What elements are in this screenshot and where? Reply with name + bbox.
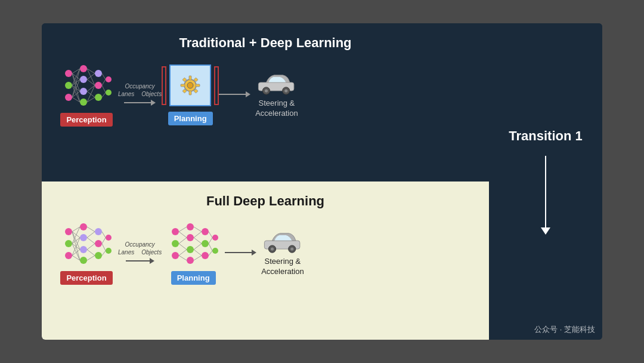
svg-line-78	[87, 250, 95, 256]
bottom-flow: Perception Occupancy Lanes Objects	[60, 220, 471, 285]
svg-line-96	[179, 227, 187, 232]
svg-point-91	[202, 228, 209, 235]
top-title: Traditional + Deep Learning	[60, 35, 471, 51]
svg-point-84	[172, 228, 179, 235]
svg-point-37	[187, 82, 193, 88]
top-arrow-labels: Occupancy	[125, 83, 155, 90]
svg-rect-40	[181, 84, 185, 87]
top-perception-group: Perception	[60, 61, 113, 127]
svg-point-7	[95, 70, 102, 77]
top-h-arrow2	[219, 91, 250, 97]
svg-point-93	[202, 252, 209, 259]
svg-point-92	[202, 240, 209, 247]
svg-line-80	[102, 232, 106, 238]
svg-line-34	[102, 85, 106, 93]
bottom-planning-group: Planning	[166, 220, 220, 285]
bottom-section: Full Deep Learning	[42, 182, 489, 340]
svg-point-4	[80, 76, 87, 83]
svg-point-87	[187, 223, 194, 230]
svg-point-8	[95, 82, 102, 89]
top-lanes-label: Lanes	[118, 91, 134, 97]
top-steering-label: Steering &Acceleration	[255, 99, 298, 119]
bottom-title: Full Deep Learning	[60, 193, 471, 209]
top-section: Traditional + Deep Learning	[42, 23, 489, 182]
top-h-arrow1	[124, 100, 156, 106]
svg-point-59	[95, 240, 102, 247]
svg-rect-39	[189, 91, 191, 95]
bottom-car-group: Steering &Acceleration	[261, 227, 304, 277]
svg-point-5	[80, 88, 87, 95]
left-panel: Traditional + Deep Learning	[42, 23, 489, 340]
top-car-group: Steering &Acceleration	[255, 69, 298, 119]
svg-line-100	[179, 250, 187, 256]
svg-point-56	[80, 246, 87, 253]
svg-point-55	[80, 234, 87, 241]
svg-point-52	[65, 240, 72, 247]
svg-point-94	[212, 235, 218, 241]
svg-point-57	[80, 257, 87, 264]
bottom-nn-icon-2	[166, 220, 220, 267]
transition-title: Transition 1	[509, 128, 582, 144]
top-planning-box	[166, 63, 214, 108]
svg-point-2	[65, 94, 72, 101]
top-objects-label: Objects	[141, 91, 162, 97]
svg-point-0	[65, 70, 72, 77]
bottom-perception-badge: Perception	[60, 271, 112, 285]
svg-point-116	[290, 248, 293, 251]
svg-point-90	[187, 257, 194, 264]
bottom-car-icon	[262, 227, 304, 254]
svg-line-77	[87, 244, 95, 250]
svg-line-79	[87, 256, 95, 260]
bottom-objects-label: Objects	[141, 249, 162, 256]
svg-line-26	[87, 73, 95, 79]
svg-point-53	[65, 252, 72, 259]
bottom-h-arrow1	[126, 258, 154, 264]
svg-line-33	[102, 79, 106, 85]
svg-line-97	[179, 232, 187, 238]
gear-icon	[177, 72, 203, 99]
svg-point-85	[172, 240, 179, 247]
svg-point-61	[106, 235, 112, 241]
svg-point-9	[95, 94, 102, 101]
right-panel: Transition 1	[489, 23, 602, 340]
svg-point-88	[187, 234, 194, 241]
svg-line-103	[194, 232, 202, 238]
svg-line-81	[102, 238, 106, 244]
svg-point-48	[265, 90, 268, 93]
svg-line-82	[102, 244, 106, 251]
slide-container: Traditional + Deep Learning	[42, 23, 602, 340]
top-occupancy-label: Occupancy	[125, 83, 155, 90]
svg-line-76	[87, 238, 95, 244]
svg-line-98	[179, 238, 187, 244]
svg-point-11	[106, 90, 112, 96]
transition-arrow	[541, 156, 550, 235]
svg-point-1	[65, 82, 72, 89]
svg-point-62	[106, 248, 112, 254]
svg-line-111	[209, 251, 212, 256]
svg-line-35	[102, 93, 106, 97]
svg-line-108	[209, 232, 212, 238]
svg-line-99	[179, 244, 187, 250]
bottom-steering-label: Steering &Acceleration	[261, 257, 304, 277]
svg-line-29	[87, 91, 95, 97]
bottom-nn-icon-1	[60, 220, 113, 267]
svg-point-114	[271, 248, 274, 251]
svg-point-60	[95, 252, 102, 259]
svg-line-109	[209, 238, 212, 244]
svg-line-107	[194, 256, 202, 260]
top-planning-group: Planning	[166, 63, 214, 125]
svg-line-106	[194, 250, 202, 256]
top-flow: Perception Occupancy Lanes Objects	[60, 61, 471, 127]
svg-point-50	[284, 90, 287, 93]
svg-line-74	[87, 227, 95, 232]
svg-point-6	[80, 99, 87, 106]
svg-point-51	[65, 228, 72, 235]
bottom-planning-badge: Planning	[171, 271, 216, 285]
bottom-lanes-label: Lanes	[118, 249, 134, 256]
svg-line-105	[194, 244, 202, 250]
svg-point-54	[80, 223, 87, 230]
top-planning-badge: Planning	[168, 112, 213, 125]
svg-line-102	[194, 227, 202, 232]
bottom-perception-group: Perception	[60, 220, 113, 285]
svg-point-3	[80, 65, 87, 72]
